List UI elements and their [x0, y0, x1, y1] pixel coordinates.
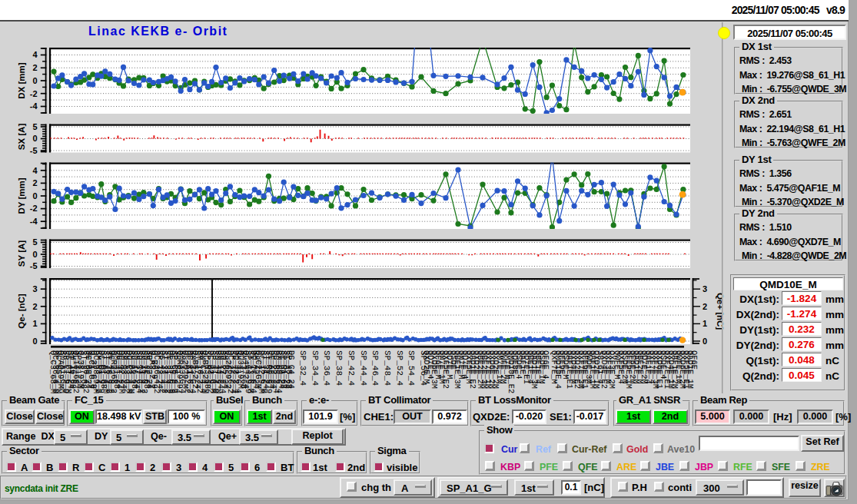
svg-text:-5: -5	[30, 261, 38, 270]
svg-text:-2: -2	[30, 89, 38, 98]
svg-text:-2: -2	[30, 204, 38, 213]
svg-text:4: 4	[32, 50, 38, 59]
svg-text:DY [mm]: DY [mm]	[17, 177, 26, 214]
svg-text:SY [A]: SY [A]	[17, 240, 26, 267]
svg-text:SP_48_4: SP_48_4	[383, 350, 392, 386]
svg-text:SP_34_4: SP_34_4	[311, 350, 320, 386]
svg-text:SP_42_4: SP_42_4	[347, 350, 356, 386]
svg-text:SP_52_4: SP_52_4	[395, 350, 404, 386]
svg-text:QF6E: QF6E	[689, 350, 699, 370]
svg-text:SP_36_4: SP_36_4	[322, 350, 331, 386]
svg-text:0: 0	[32, 191, 37, 201]
svg-text:2: 2	[703, 302, 707, 311]
svg-text:0: 0	[703, 337, 707, 346]
svg-text:SP_54_4: SP_54_4	[407, 350, 416, 386]
svg-text:SP_46_4: SP_46_4	[370, 350, 380, 386]
svg-text:5: 5	[32, 122, 37, 131]
svg-text:2: 2	[32, 63, 37, 72]
svg-text:Qe- [nC]: Qe- [nC]	[17, 293, 26, 329]
svg-text:0: 0	[32, 337, 37, 346]
svg-text:Qe+ [nC]: Qe+ [nC]	[716, 293, 725, 330]
svg-text:4: 4	[32, 166, 38, 175]
svg-text:DX [mm]: DX [mm]	[17, 62, 26, 98]
svg-text:2: 2	[32, 178, 37, 187]
svg-text:1: 1	[32, 319, 37, 328]
svg-text:0: 0	[32, 250, 37, 259]
svg-text:1: 1	[703, 319, 707, 328]
svg-text:SP_38_4: SP_38_4	[334, 350, 344, 386]
svg-text:DC_C4_24: DC_C4_24	[287, 350, 296, 389]
svg-text:SX [A]: SX [A]	[17, 124, 26, 151]
svg-text:-4: -4	[30, 217, 38, 226]
svg-text:3: 3	[32, 284, 37, 293]
svg-text:-4: -4	[30, 101, 38, 111]
svg-text:SP_44_4: SP_44_4	[359, 350, 368, 386]
svg-text:5: 5	[32, 237, 37, 247]
svg-text:0: 0	[32, 76, 37, 85]
svg-text:SP_32_4: SP_32_4	[298, 350, 307, 386]
svg-text:0: 0	[32, 134, 37, 143]
svg-text:2: 2	[32, 302, 37, 311]
svg-text:3: 3	[703, 284, 707, 293]
svg-text:-5: -5	[30, 146, 38, 155]
svg-text:QF6E_4: QF6E_4	[541, 350, 550, 379]
